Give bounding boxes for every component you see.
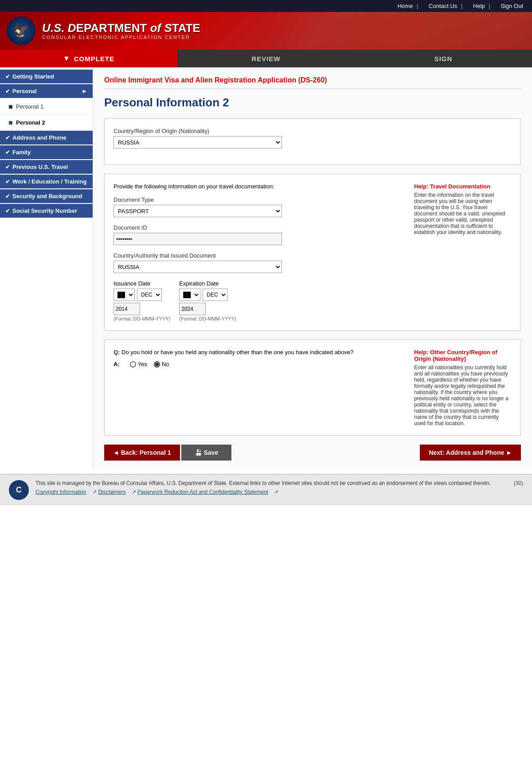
issuance-year-input[interactable] <box>113 303 140 315</box>
square-icon <box>9 105 12 109</box>
check-icon: ✔ <box>5 135 10 141</box>
section-title: Personal Information 2 <box>104 96 521 109</box>
expiration-month-select[interactable]: DEC <box>203 289 227 301</box>
yes-radio-option[interactable]: Yes <box>130 361 147 367</box>
dept-name: U.S. DEPARTMENT of STATE <box>42 22 200 35</box>
bottom-navigation: ◄ Back: Personal 1 💾 Save Next: Address … <box>104 445 521 461</box>
expiration-year-input[interactable] <box>179 303 206 315</box>
check-icon: ✔ <box>5 88 10 94</box>
disclaimers-link[interactable]: Disclaimers <box>98 489 125 495</box>
expiration-date-group: Expiration Date ██ DEC (Format: DD-MMM-Y… <box>179 280 236 321</box>
other-nationality-answer: A: Yes No <box>113 361 405 367</box>
other-nationality-help: Help: Other Country/Region of Origin (Na… <box>414 349 512 426</box>
yes-label: Yes <box>138 361 147 367</box>
doc-type-select[interactable]: PASSPORT <box>113 205 282 217</box>
check-icon: ✔ <box>5 149 10 156</box>
other-nationality-help-title: Help: Other Country/Region of Origin (Na… <box>414 349 512 362</box>
expiration-day-select[interactable]: ██ <box>179 289 200 301</box>
next-button[interactable]: Next: Address and Phone ► <box>420 445 521 461</box>
arrow-icon: ► <box>82 88 87 94</box>
doc-type-label: Document Type <box>113 196 405 203</box>
issuance-day-select[interactable]: ██ <box>113 289 135 301</box>
progress-review[interactable]: REVIEW <box>177 50 355 67</box>
sidebar-item-address[interactable]: ✔ Address and Phone <box>0 131 93 145</box>
progress-bar: ▼ COMPLETE REVIEW SIGN <box>0 50 532 67</box>
dept-logo: 🦅 <box>7 16 35 45</box>
no-label: No <box>162 361 169 367</box>
travel-doc-intro: Provide the following information on you… <box>113 183 405 190</box>
expiration-format: (Format: DD-MMM-YYYY) <box>179 316 236 321</box>
home-link[interactable]: Home <box>398 3 413 9</box>
paperwork-link[interactable]: Paperwork Reduction Act and Confidential… <box>137 489 268 495</box>
doc-id-input[interactable] <box>113 233 282 245</box>
no-radio[interactable] <box>154 361 160 367</box>
progress-sign[interactable]: SIGN <box>355 50 532 67</box>
other-nationality-section: Q: Do you hold or have you held any nati… <box>104 340 521 436</box>
travel-doc-help-title: Help: Travel Documentation <box>414 183 512 190</box>
yes-radio[interactable] <box>130 361 136 367</box>
contact-link[interactable]: Contact Us <box>429 3 457 9</box>
copyright-link[interactable]: Copyright Information <box>35 489 86 495</box>
issuance-month-select[interactable]: DEC <box>137 289 162 301</box>
app-title: Online Immigrant Visa and Alien Registra… <box>104 76 521 84</box>
issuance-format: (Format: DD-MMM-YYYY) <box>113 316 170 321</box>
sidebar-item-security[interactable]: ✔ Security and Background <box>0 189 93 203</box>
nationality-section: Country/Region of Origin (Nationality) R… <box>104 118 521 165</box>
footer-main-text: This site is managed by the Bureau of Co… <box>35 480 507 486</box>
dept-subtitle: Consular Electronic Application Center <box>42 35 200 40</box>
help-link[interactable]: Help <box>473 3 485 9</box>
save-button[interactable]: 💾 Save <box>181 445 232 461</box>
top-navigation: Home | Contact Us | Help | Sign Out <box>0 0 532 12</box>
check-icon: ✔ <box>5 179 10 185</box>
sidebar-item-ssn[interactable]: ✔ Social Security Number <box>0 204 93 218</box>
nationality-select[interactable]: RUSSIA <box>113 136 282 148</box>
page-footer: C This site is managed by the Bureau of … <box>0 474 532 505</box>
sidebar-item-personal2[interactable]: Personal 2 <box>0 115 93 131</box>
sidebar: ✔ Getting Started ✔ Personal ► Personal … <box>0 67 93 469</box>
issued-country-select[interactable]: RUSSIA <box>113 261 282 273</box>
sidebar-item-work-education[interactable]: ✔ Work / Education / Training <box>0 175 93 188</box>
no-radio-option[interactable]: No <box>154 361 169 367</box>
check-icon: ✔ <box>5 193 10 199</box>
page-header: 🦅 U.S. DEPARTMENT of STATE Consular Elec… <box>0 12 532 50</box>
check-icon: ✔ <box>5 74 10 80</box>
sidebar-item-getting-started[interactable]: ✔ Getting Started <box>0 70 93 83</box>
issuance-date-label: Issuance Date <box>113 280 170 287</box>
nationality-label: Country/Region of Origin (Nationality) <box>113 128 512 134</box>
other-nationality-question: Do you hold or have you held any nationa… <box>121 349 353 356</box>
main-container: ✔ Getting Started ✔ Personal ► Personal … <box>0 67 532 469</box>
issued-country-label: Country/Authority that Issued Document <box>113 252 405 259</box>
sidebar-item-family[interactable]: ✔ Family <box>0 145 93 159</box>
back-button[interactable]: ◄ Back: Personal 1 <box>104 445 180 461</box>
footer-logo: C <box>9 480 29 500</box>
travel-doc-section: Provide the following information on you… <box>104 174 521 331</box>
footer-count: (30) <box>514 480 523 486</box>
check-icon: ✔ <box>5 164 10 170</box>
travel-doc-help: Help: Travel Documentation Enter the inf… <box>414 183 512 321</box>
expiration-date-label: Expiration Date <box>179 280 236 287</box>
sidebar-item-us-travel[interactable]: ✔ Previous U.S. Travel <box>0 160 93 174</box>
other-nationality-help-text: Enter all nationalities you currently ho… <box>414 364 512 426</box>
issuance-date-group: Issuance Date ██ DEC (Format: DD-MMM-YYY… <box>113 280 170 321</box>
square-active-icon <box>9 121 12 125</box>
travel-doc-help-text: Enter the information on the travel docu… <box>414 192 512 235</box>
sidebar-item-personal1[interactable]: Personal 1 <box>0 99 93 115</box>
signout-link[interactable]: Sign Out <box>501 3 523 9</box>
content-area: Online Immigrant Visa and Alien Registra… <box>93 67 532 469</box>
check-icon: ✔ <box>5 208 10 214</box>
sidebar-item-personal[interactable]: ✔ Personal ► <box>0 84 93 98</box>
doc-id-label: Document ID <box>113 224 405 231</box>
progress-complete[interactable]: ▼ COMPLETE <box>0 50 177 67</box>
